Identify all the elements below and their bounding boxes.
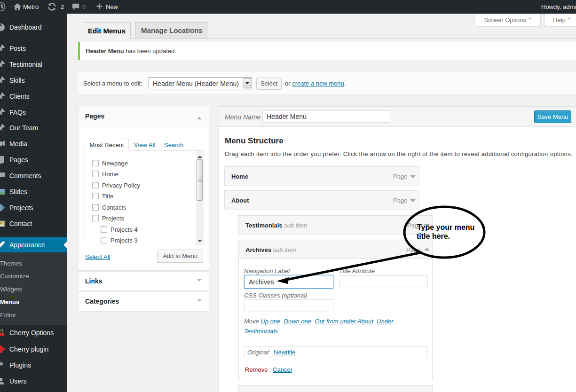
svg-text:Type your menu: Type your menu [417, 223, 474, 231]
svg-text:title here.: title here. [417, 232, 450, 240]
